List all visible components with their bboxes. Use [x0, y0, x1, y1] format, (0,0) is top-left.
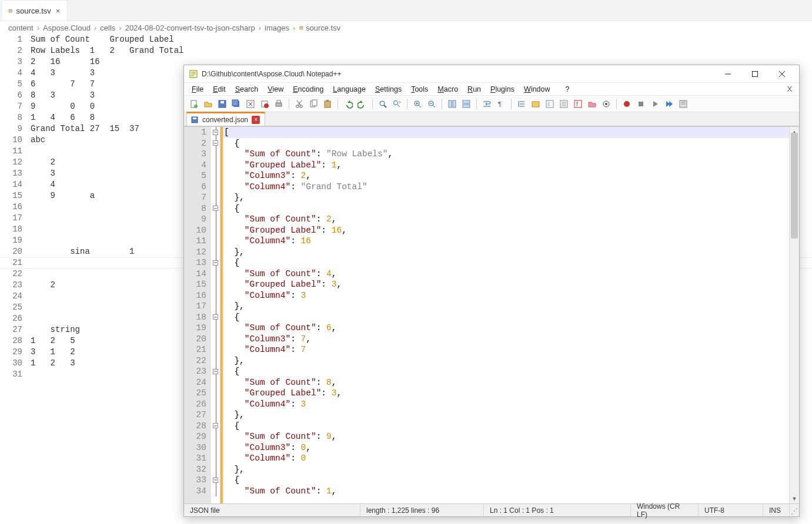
- cut-icon[interactable]: [293, 98, 306, 110]
- npp-titlebar[interactable]: D:\Github\content\Aspose.Cloud\ Notepad+…: [184, 65, 799, 83]
- npp-scrollbar[interactable]: ▲ ▼: [789, 127, 799, 503]
- code-line[interactable]: "Column3": 7,: [223, 334, 789, 345]
- menu-window[interactable]: Window: [520, 84, 554, 95]
- vscode-breadcrumb[interactable]: content›Aspose.Cloud›cells›2024-08-02-co…: [0, 21, 812, 34]
- undo-icon[interactable]: [342, 98, 355, 110]
- monitoring-icon[interactable]: [600, 98, 613, 110]
- menu-tools[interactable]: Tools: [407, 84, 432, 95]
- code-line[interactable]: {: [223, 257, 789, 268]
- menu-run[interactable]: Run: [463, 84, 485, 95]
- code-line[interactable]: {: [223, 203, 789, 214]
- menu-edit[interactable]: Edit: [209, 84, 230, 95]
- save-macro-icon[interactable]: [677, 98, 690, 110]
- code-line[interactable]: "Grouped Label": 16,: [223, 225, 789, 236]
- code-line[interactable]: "Sum of Count": 9,: [223, 431, 789, 442]
- redo-icon[interactable]: [356, 98, 369, 110]
- code-line[interactable]: },: [223, 301, 789, 312]
- code-line[interactable]: {: [223, 421, 789, 432]
- code-line[interactable]: "Column4": 0: [223, 453, 789, 464]
- fold-toggle[interactable]: [211, 475, 220, 486]
- paste-icon[interactable]: [321, 98, 334, 110]
- find-icon[interactable]: [376, 98, 389, 110]
- close-all-icon[interactable]: [258, 98, 271, 110]
- code-line[interactable]: "Column4": 16: [223, 236, 789, 247]
- code-line[interactable]: "Sum of Count": "Row Labels",: [223, 149, 789, 160]
- menu-language[interactable]: Language: [329, 84, 370, 95]
- print-icon[interactable]: [272, 98, 285, 110]
- fold-toggle[interactable]: [211, 366, 220, 377]
- menu-?[interactable]: ?: [562, 84, 574, 95]
- code-line[interactable]: "Column3": 0,: [223, 442, 789, 454]
- folder-icon[interactable]: [586, 98, 599, 110]
- code-line[interactable]: },: [223, 355, 789, 367]
- tab-close-icon[interactable]: ×: [252, 116, 260, 124]
- npp-code[interactable]: [ { "Sum of Count": "Row Labels", "Group…: [223, 127, 789, 503]
- function-list-icon[interactable]: f: [572, 98, 584, 110]
- npp-tab-converted-json[interactable]: converted.json ×: [186, 113, 265, 126]
- close-file-icon[interactable]: [244, 98, 257, 110]
- code-line[interactable]: {: [223, 475, 789, 486]
- indent-guide-icon[interactable]: [515, 98, 528, 110]
- resize-grip-icon[interactable]: ⋰: [790, 504, 799, 516]
- code-line[interactable]: "Sum of Count": 1,: [223, 486, 789, 497]
- scroll-down-icon[interactable]: ▼: [790, 493, 799, 503]
- menu-plugins[interactable]: Plugins: [486, 84, 519, 95]
- code-line[interactable]: "Grouped Label": 1,: [223, 160, 789, 171]
- code-line[interactable]: {: [223, 138, 789, 149]
- fold-toggle[interactable]: [211, 312, 220, 323]
- code-line[interactable]: "Column4": "Grand Total": [223, 182, 789, 193]
- code-line[interactable]: },: [223, 247, 789, 258]
- npp-menubar[interactable]: FileEditSearchViewEncodingLanguageSettin…: [184, 83, 799, 96]
- code-line[interactable]: "Column4": 3: [223, 290, 789, 301]
- code-line[interactable]: Sum of Count Grouped Label: [31, 34, 812, 45]
- npp-fold-margin[interactable]: [211, 127, 220, 503]
- record-macro-icon[interactable]: [620, 98, 633, 110]
- fold-toggle[interactable]: [211, 421, 220, 432]
- open-file-icon[interactable]: [202, 98, 215, 110]
- sync-hscroll-icon[interactable]: [460, 98, 473, 110]
- new-file-icon[interactable]: [188, 98, 201, 110]
- fold-toggle[interactable]: [211, 138, 220, 149]
- breadcrumb-segment[interactable]: images: [265, 23, 289, 32]
- menu-encoding[interactable]: Encoding: [289, 84, 328, 95]
- minimize-button[interactable]: [714, 65, 741, 83]
- play-multi-macro-icon[interactable]: [663, 98, 676, 110]
- code-line[interactable]: },: [223, 409, 789, 421]
- doc-list-icon[interactable]: [557, 98, 570, 110]
- breadcrumb-segment[interactable]: ≡source.tsv: [299, 23, 340, 32]
- show-all-chars-icon[interactable]: ¶: [494, 98, 507, 110]
- fold-toggle[interactable]: [211, 127, 220, 138]
- replace-icon[interactable]: [390, 98, 403, 110]
- folder-as-workspace-icon[interactable]: [529, 98, 542, 110]
- sync-vscroll-icon[interactable]: [446, 98, 459, 110]
- code-line[interactable]: "Grouped Label": 3,: [223, 279, 789, 290]
- breadcrumb-segment[interactable]: cells: [100, 23, 115, 32]
- doc-map-icon[interactable]: [543, 98, 556, 110]
- close-button[interactable]: [768, 65, 796, 83]
- vscode-tab-source[interactable]: ≡ source.tsv ×: [2, 0, 68, 21]
- close-icon[interactable]: ×: [55, 5, 62, 16]
- stop-macro-icon[interactable]: [634, 98, 647, 110]
- save-icon[interactable]: [216, 98, 229, 110]
- menu-settings[interactable]: Settings: [371, 84, 406, 95]
- fold-toggle[interactable]: [211, 203, 220, 214]
- scroll-thumb[interactable]: [791, 133, 798, 239]
- code-line[interactable]: "Sum of Count": 4,: [223, 268, 789, 280]
- copy-icon[interactable]: [307, 98, 320, 110]
- code-line[interactable]: },: [223, 464, 789, 475]
- zoom-out-icon[interactable]: [425, 98, 438, 110]
- code-line[interactable]: {: [223, 312, 789, 323]
- npp-editor[interactable]: 1234567891011121314151617181920212223242…: [184, 127, 789, 503]
- code-line[interactable]: },: [223, 192, 789, 203]
- play-macro-icon[interactable]: [649, 98, 661, 110]
- breadcrumb-segment[interactable]: 2024-08-02-convert-tsv-to-json-csharp: [125, 23, 255, 32]
- code-line[interactable]: "Column4": 3: [223, 399, 789, 410]
- status-mode[interactable]: INS: [763, 504, 790, 516]
- code-line[interactable]: "Sum of Count": 8,: [223, 377, 789, 388]
- code-line[interactable]: "Sum of Count": 2,: [223, 214, 789, 225]
- code-line[interactable]: "Column3": 2,: [223, 170, 789, 182]
- menu-file[interactable]: File: [188, 84, 208, 95]
- code-line[interactable]: "Column4": 7: [223, 344, 789, 355]
- code-line[interactable]: Row Labels 1 2 Grand Total: [31, 45, 812, 56]
- menu-search[interactable]: Search: [231, 84, 263, 95]
